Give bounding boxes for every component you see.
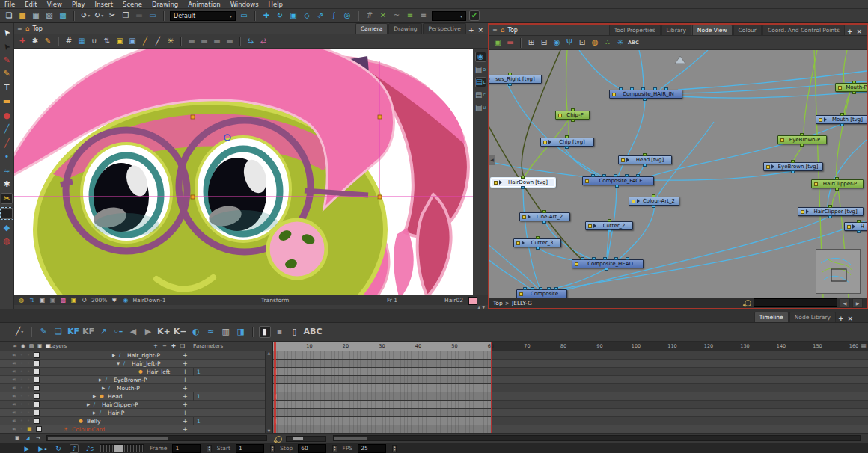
next-keyframe-button[interactable]: ▶ [142,326,154,338]
node-view-minimap[interactable] [816,249,861,294]
layer-checkbox[interactable] [34,410,40,416]
export-movie-button[interactable]: ▩ [58,10,68,21]
mirror-view-button[interactable]: ⇆ [245,36,256,46]
layer-add-parameter-button[interactable]: + [183,392,188,401]
node-head-tvg[interactable]: Head [tvg] [618,155,672,164]
layer-name[interactable]: Hair-P [108,409,124,417]
sound-button[interactable]: ♪ [70,444,79,453]
layer-thumb-icon[interactable]: • [27,377,30,383]
prev-keyframe-button[interactable]: ◀ [127,326,139,338]
node-port[interactable] [619,87,623,90]
node-names-button[interactable]: ABC [628,37,639,48]
layer-solo-icon[interactable]: • [20,352,23,358]
track-row[interactable] [273,376,868,384]
fps-spinner[interactable]: ▴▾ [392,445,397,452]
frame-ruler[interactable]: ▦ 10203040506070809010011012013014015016… [273,342,868,351]
add-drawing-layer-button[interactable]: ❏ [180,342,186,350]
delete-layer-button[interactable]: − [162,342,168,350]
ease-editor-button[interactable]: ≈ [205,326,217,338]
palette-view-button[interactable]: ▩ [59,296,67,304]
track-row[interactable] [273,425,868,433]
node-thumbnail-toggle[interactable] [766,165,770,169]
node-port[interactable] [852,81,856,84]
text-tool[interactable]: T [1,82,13,93]
timeline-tab-timeline[interactable]: Timeline [754,312,789,322]
duplicate-drawing-button[interactable]: ❏ [52,326,64,338]
node-port[interactable] [521,186,525,189]
layer-visibility-icon[interactable]: ∞ [12,360,16,366]
layer-visibility-icon[interactable]: ∞ [12,418,16,424]
layer-expand-arrow[interactable]: ▶ [93,392,96,401]
node-mouth-tvg[interactable]: Mouth [tvg] [816,115,867,124]
layer-parameter-value[interactable]: 1 [193,417,264,425]
node-port[interactable] [800,133,804,136]
maintain-size-button[interactable]: ⇗ [315,10,326,21]
node-port[interactable] [605,268,608,271]
node-thumbnail-toggle[interactable] [838,86,842,90]
show-all-columns-button[interactable]: ▯ [289,326,301,338]
mini-toolbar-toggle[interactable]: ▣ [13,434,21,442]
pencil-tool[interactable]: ✎ [1,69,13,80]
layer-parameter-value[interactable]: 1 [193,392,264,401]
layer-add-parameter-button[interactable]: + [183,360,188,368]
onion-next-2-button[interactable]: ▬ [224,36,235,46]
node-port[interactable] [536,247,540,250]
layer-visibility-icon[interactable]: ∞ [12,393,16,399]
light-bulb-button[interactable]: ◍ [17,296,25,304]
node-port[interactable] [565,135,569,138]
layer-name[interactable]: Hair_left [147,368,170,376]
menu-view[interactable]: View [47,1,62,8]
layer-add-parameter-button[interactable]: + [183,376,188,384]
overlay-layer-button[interactable]: ▤O [475,64,486,75]
node-port[interactable] [603,257,607,260]
node-port[interactable] [791,170,795,173]
node-hairclipper-p[interactable]: HairClipper-P [811,179,864,188]
layer-thumb-icon[interactable]: • [27,360,30,366]
open-scene-button[interactable]: ■ [17,10,28,21]
nodeview-tab-colour[interactable]: Colour [733,25,762,35]
stop-motion-keyframe-button[interactable]: ◦– [112,326,124,338]
node-port[interactable] [791,160,795,163]
paste-button[interactable]: ▬ [134,10,144,21]
add-keyframe-exposure-button[interactable]: ≡ [405,10,415,21]
colour-art-layer-button[interactable]: ▤C [475,90,486,100]
layer-name[interactable]: HairClipper-P [102,401,138,409]
node-eyebrown-tvg[interactable]: EyeBrown [tvg] [763,162,823,171]
layer-solo-icon[interactable]: • [20,393,23,399]
node-port[interactable] [539,287,542,290]
nodeview-tab-node-view[interactable]: Node View [692,25,733,35]
layer-expand-arrow[interactable]: ▼ [117,360,120,368]
layer-add-parameter-button[interactable]: + [183,368,188,376]
nodeview-tab-add-view-button[interactable]: + [846,28,855,35]
layer-checkbox[interactable] [36,426,42,432]
node-port[interactable] [828,205,832,208]
onion-prev-2-button[interactable]: ▬ [186,36,197,46]
layer-row-hair-p[interactable]: ∞••▶/Hair-P+ [0,409,272,417]
centerline-button[interactable]: ╱ [153,36,163,46]
node-port[interactable] [625,174,629,177]
line-art-layer-button[interactable]: ▤L [475,77,486,87]
undo-button[interactable]: ↺▾ [80,10,91,21]
start-spinner[interactable]: ▴▾ [270,445,275,452]
solo-all-button[interactable]: ◉ [20,342,26,350]
layer-expand-arrow[interactable]: ▶ [112,351,115,360]
edit-properties-button[interactable]: ✎ [43,36,53,46]
node-thumbnail-toggle[interactable] [543,141,547,144]
layer-row-hair-right-p[interactable]: ∞••▶/Hair_right-P+ [0,351,272,360]
start-input[interactable]: 1 [236,444,264,453]
unlock-button[interactable]: ▣ [127,36,138,46]
node-thumbnail-toggle[interactable] [612,93,616,96]
playback-slider[interactable] [100,444,144,452]
layer-add-parameter-button[interactable]: + [183,384,188,392]
split-view-button[interactable]: Ψ [564,37,575,48]
panel-menu-icon[interactable]: ≡ [492,27,498,34]
layer-thumb-icon[interactable]: • [27,385,30,391]
add-drawing-button[interactable]: ✎ [37,326,49,338]
node-port[interactable] [614,174,617,177]
search-next-button[interactable]: ▶ [852,298,863,308]
skew-tool-button[interactable]: ◇ [302,10,312,21]
home-icon[interactable]: ⌂ [25,25,30,32]
layer-name-display-button[interactable]: ABC [304,326,323,338]
motion-keyframe-button[interactable]: ↗ [97,326,109,338]
layer-add-parameter-button[interactable]: + [183,417,188,425]
